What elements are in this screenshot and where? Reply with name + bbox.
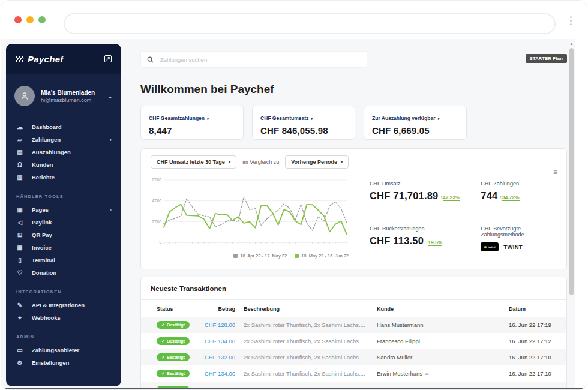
date: 16. Jun 22 17:10 bbox=[509, 365, 567, 382]
nav-label: Zahlungsanbieter bbox=[32, 347, 79, 353]
table-row[interactable]: ✓Bestätigt CHF 134.00 2x Sashimi roter T… bbox=[141, 333, 567, 349]
table-row[interactable]: ✓Bestätigt CHF 132.00 2x Sashimi roter T… bbox=[141, 349, 567, 365]
sidebar-item-dashboard[interactable]: ☁ Dashboard bbox=[6, 121, 121, 133]
section-title-haendler-tools: HÄNDLER TOOLS bbox=[6, 194, 121, 199]
nav-label: QR Pay bbox=[32, 232, 52, 238]
stat-zahlungen: CHF Zahlungen 744 ↑34.72% bbox=[472, 173, 559, 218]
sidebar-item-terminal[interactable]: ▯ Terminal bbox=[6, 254, 121, 266]
stat-value: CHF 6,669.05 bbox=[372, 125, 458, 136]
stat-label: CHF Gesamtumsatz bbox=[260, 115, 308, 121]
chevron-down-icon[interactable]: ⌄ bbox=[107, 92, 113, 100]
address-bar[interactable] bbox=[64, 13, 556, 34]
period-select-value: CHF Umsatz letzte 30 Tage bbox=[157, 159, 225, 165]
address-input[interactable] bbox=[65, 14, 554, 33]
browser-chrome bbox=[1, 1, 587, 39]
stat-card-zur-auszahlung[interactable]: Zur Auszahlung verfügbar ▸ CHF 6,669.05 bbox=[364, 106, 467, 140]
nav-label: Paylink bbox=[32, 219, 52, 226]
scrollbar[interactable]: ▲ bbox=[569, 41, 574, 387]
sidebar-item-qr-pay[interactable]: ⊞ QR Pay bbox=[6, 229, 121, 241]
maximize-window-icon[interactable] bbox=[38, 16, 46, 23]
sidebar-item-kunden[interactable]: Ω Kunden bbox=[6, 158, 121, 171]
svg-text:0: 0 bbox=[159, 240, 161, 244]
close-window-icon[interactable] bbox=[14, 16, 22, 23]
sidebar-item-pages[interactable]: ▣ Pages › bbox=[6, 203, 121, 216]
description: 2x Sashimi roter Thunfisch, 2x Sashimi L… bbox=[235, 333, 377, 349]
status-badge: ✓Bestätigt bbox=[157, 321, 190, 329]
sidebar-item-berichte[interactable]: ▥ Berichte bbox=[6, 171, 121, 184]
nav-label: Invoice bbox=[32, 244, 52, 251]
description: 2x Sashimi roter Thunfisch, 2x Sashimi L… bbox=[235, 317, 377, 333]
person-icon bbox=[20, 91, 29, 101]
stat-zahlungsmethode: CHF Bevorzugte Zahlungsmethode twint TWI… bbox=[472, 218, 559, 263]
sidebar-item-auszahlungen[interactable]: ▤ Auszahlungen bbox=[6, 146, 121, 158]
sidebar-item-webhooks[interactable]: ⌖ Webhooks bbox=[6, 311, 121, 324]
search-bar[interactable] bbox=[140, 51, 367, 68]
account-switcher[interactable]: Mia's Blumenladen hi@miasblumen.com ⌄ bbox=[6, 74, 121, 113]
twint-logo: twint bbox=[481, 242, 499, 251]
nav-label: Berichte bbox=[32, 174, 55, 181]
revenue-chart-svg: 02'0004'0006'000 bbox=[147, 175, 349, 251]
status-badge: ✓Bestätigt bbox=[157, 353, 190, 361]
logo-text: Paychef bbox=[28, 54, 64, 64]
external-link-icon[interactable]: ↗ bbox=[104, 55, 112, 62]
nav-label: Zahlungen bbox=[32, 136, 61, 143]
minimize-window-icon[interactable] bbox=[26, 16, 34, 23]
legend-previous-period[interactable]: 18. Apr 22 - 17. May 22 bbox=[233, 253, 287, 259]
sidebar-item-invoice[interactable]: ▦ Invoice bbox=[6, 241, 121, 254]
sidebar-item-paylink[interactable]: ◁ Paylink bbox=[6, 216, 121, 229]
svg-text:6'000: 6'000 bbox=[152, 178, 161, 182]
browser-window: Paychef ↗ Mia's Blumenladen hi@miasblume… bbox=[1, 0, 587, 390]
amount-link[interactable]: CHF 134.00 bbox=[205, 338, 235, 344]
customer: Sandra Müller bbox=[377, 349, 509, 365]
nav-label: Pages bbox=[32, 206, 49, 213]
nav-label: Terminal bbox=[32, 257, 55, 263]
nav-label: Webhooks bbox=[32, 314, 61, 321]
customers-icon: Ω bbox=[16, 161, 24, 168]
account-name: Mia's Blumenladen bbox=[41, 89, 95, 97]
sidebar-item-api-integrationen[interactable]: ✎ API & Integrationen bbox=[6, 299, 121, 311]
amount-link[interactable]: CHF 128.00 bbox=[205, 322, 235, 328]
main-content: STARTER Plan Willkommen bei Paychef CHF … bbox=[121, 39, 575, 389]
reports-icon: ▥ bbox=[16, 174, 24, 181]
twint-logo-dot bbox=[484, 246, 487, 248]
sidebar-item-donation[interactable]: ♡ Donation bbox=[6, 266, 121, 279]
twint-logo-text: twint bbox=[488, 245, 496, 249]
revenue-chart: 02'0004'0006'000 bbox=[147, 175, 349, 251]
description: 2x Sashimi roter Thunfisch, 2x Sashimi L… bbox=[235, 349, 377, 365]
stat-card-gesamtzahlungen[interactable]: CHF Gesamtzahlungen ▸ 8,447 bbox=[140, 106, 244, 140]
search-input[interactable] bbox=[159, 56, 361, 64]
sidebar: Paychef ↗ Mia's Blumenladen hi@miasblume… bbox=[6, 44, 121, 386]
legend-marker-green bbox=[295, 254, 299, 258]
column-kunde: Kunde bbox=[377, 300, 509, 317]
compare-label: im Vergleich zu bbox=[242, 159, 279, 165]
check-icon: ✓ bbox=[161, 355, 165, 359]
sidebar-item-zahlungsanbieter[interactable]: ▭ Zahlungsanbieter bbox=[6, 344, 121, 356]
amount-link[interactable]: CHF 132.00 bbox=[205, 354, 235, 361]
legend-label: 18. May 22 - 16. Jun 22 bbox=[301, 253, 349, 259]
column-betrag: Betrag bbox=[195, 300, 235, 317]
revenue-chart-card: CHF Umsatz letzte 30 Tage ▾ im Vergleich… bbox=[140, 148, 567, 269]
period-select[interactable]: CHF Umsatz letzte 30 Tage ▾ bbox=[151, 155, 236, 169]
compare-select[interactable]: Vorherige Periode ▾ bbox=[285, 155, 349, 169]
status-badge: ✓Bestätigt bbox=[157, 370, 190, 377]
table-row[interactable]: ✓Bestätigt CHF 134.00 2x Sashimi roter T… bbox=[141, 365, 567, 382]
stat-label: CHF Gesamtzahlungen bbox=[149, 115, 205, 121]
table-row[interactable]: ✓Bestätigt CHF 128.00 2x Sashimi roter T… bbox=[141, 317, 567, 333]
account-email: hi@miasblumen.com bbox=[41, 97, 95, 103]
stat-value: CHF 71,701.89 bbox=[370, 190, 439, 202]
legend-current-period[interactable]: 18. May 22 - 16. Jun 22 bbox=[295, 253, 349, 259]
scroll-up-arrow[interactable]: ▲ bbox=[569, 41, 574, 46]
paylink-icon: ◁ bbox=[16, 219, 24, 226]
scrollbar-thumb[interactable] bbox=[569, 48, 574, 295]
sidebar-item-einstellungen[interactable]: ⚙ Einstellungen bbox=[6, 356, 121, 369]
browser-menu-icon[interactable] bbox=[570, 16, 572, 25]
amount-link[interactable]: CHF 134.00 bbox=[205, 370, 235, 377]
paychef-logo-icon bbox=[15, 56, 25, 62]
check-icon: ✓ bbox=[161, 371, 165, 376]
nav-label: Kunden bbox=[32, 161, 53, 168]
delta-percent: 47.23% bbox=[443, 194, 460, 201]
check-icon: ✓ bbox=[161, 323, 165, 327]
stat-card-gesamtumsatz[interactable]: CHF Gesamtumsatz ▸ CHF 846,055.98 bbox=[252, 106, 355, 140]
chart-stats-grid: CHF Umsatz CHF 71,701.89 ↑47.23% CHF Zah… bbox=[361, 173, 559, 263]
sidebar-item-zahlungen[interactable]: ▱ Zahlungen › bbox=[6, 133, 121, 146]
